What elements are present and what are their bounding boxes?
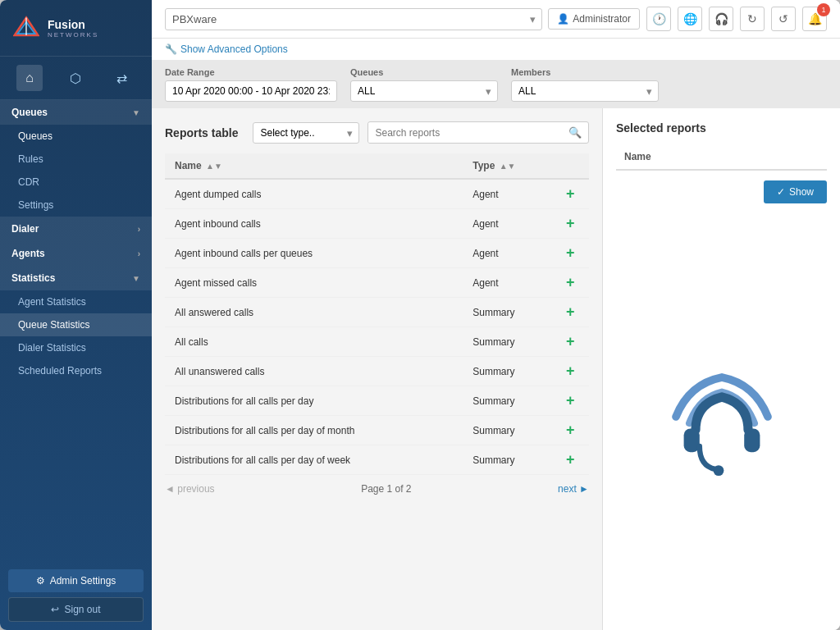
sign-out-icon: ↩ <box>51 604 59 615</box>
administrator-button[interactable]: 👤 Administrator <box>548 8 640 30</box>
add-report-cell[interactable]: + <box>556 416 589 445</box>
report-type-cell: Summary <box>463 327 556 357</box>
sidebar-item-queue-statistics[interactable]: Queue Statistics <box>0 313 152 336</box>
report-name-cell: All unanswered calls <box>165 357 463 386</box>
report-type-cell: Agent <box>463 239 556 268</box>
members-filter-select[interactable]: ALL <box>511 80 659 102</box>
wrench-icon: 🔧 <box>165 43 177 55</box>
queues-filter-select[interactable]: ALL <box>350 80 498 102</box>
add-report-button[interactable]: + <box>566 422 575 438</box>
statistics-section-header[interactable]: Statistics ▼ <box>0 266 152 290</box>
type-column-header[interactable]: Type ▲▼ <box>463 153 556 179</box>
table-row: All calls Summary + <box>165 327 589 357</box>
table-row: Distributions for all calls per day Summ… <box>165 386 589 416</box>
show-button[interactable]: ✓ Show <box>764 180 827 203</box>
previous-page-link[interactable]: ◄ previous <box>165 483 215 495</box>
share-nav-icon[interactable]: ⇄ <box>109 65 135 91</box>
members-select-wrapper: ALL <box>511 80 659 102</box>
report-type-cell: Agent <box>463 268 556 298</box>
type-sort-icon[interactable]: ▲▼ <box>500 162 516 171</box>
pbxware-select[interactable]: PBXware <box>165 8 542 30</box>
topbar: PBXware 👤 Administrator 🕐 🌐 🎧 ↻ ↺ � <box>152 0 840 39</box>
agents-section-header[interactable]: Agents › <box>0 241 152 266</box>
sidebar-item-scheduled-reports[interactable]: Scheduled Reports <box>0 359 152 382</box>
add-report-button[interactable]: + <box>566 363 575 379</box>
pagination: ◄ previous Page 1 of 2 next ► <box>165 475 589 495</box>
home-nav-icon[interactable]: ⌂ <box>16 65 43 91</box>
add-report-cell[interactable]: + <box>556 445 589 475</box>
queues-section-header[interactable]: Queues ▼ <box>0 100 152 125</box>
queues-filter-group: Queues ALL <box>350 67 498 102</box>
dialer-section: Dialer › <box>0 217 152 241</box>
table-row: All answered calls Summary + <box>165 298 589 327</box>
admin-settings-button[interactable]: ⚙ Admin Settings <box>8 569 144 592</box>
sidebar-item-cdr[interactable]: CDR <box>0 171 152 194</box>
add-report-cell[interactable]: + <box>556 209 589 239</box>
svg-rect-4 <box>744 428 760 452</box>
type-select-wrapper: Select type.. <box>253 122 359 144</box>
report-name-cell: Agent dumped calls <box>165 179 463 209</box>
date-range-group: Date Range <box>165 67 337 102</box>
add-report-button[interactable]: + <box>566 333 575 349</box>
add-report-cell[interactable]: + <box>556 268 589 298</box>
queues-section: Queues ▼ Queues Rules CDR Settings <box>0 100 152 217</box>
date-range-input[interactable] <box>165 80 337 102</box>
add-report-button[interactable]: + <box>566 392 575 409</box>
name-column-header[interactable]: Name ▲▼ <box>165 153 463 179</box>
logo-text: Fusion NETWORKS <box>48 18 98 39</box>
sidebar-item-rules[interactable]: Rules <box>0 148 152 171</box>
report-type-cell: Agent <box>463 179 556 209</box>
report-name-cell: All answered calls <box>165 298 463 327</box>
report-type-cell: Summary <box>463 357 556 386</box>
search-box: 🔍 <box>368 121 589 144</box>
main-content: PBXware 👤 Administrator 🕐 🌐 🎧 ↻ ↺ � <box>152 0 840 630</box>
advanced-options-link[interactable]: 🔧 Show Advanced Options <box>152 39 840 61</box>
clock-icon-button[interactable]: 🕐 <box>646 7 671 31</box>
table-row: Agent inbound calls per queues Agent + <box>165 239 589 268</box>
sidebar-item-dialer-statistics[interactable]: Dialer Statistics <box>0 336 152 359</box>
add-report-cell[interactable]: + <box>556 327 589 357</box>
sidebar-item-queues[interactable]: Queues <box>0 125 152 148</box>
add-report-cell[interactable]: + <box>556 386 589 416</box>
notification-badge: 1 <box>817 3 830 16</box>
reports-table-title: Reports table <box>165 126 238 139</box>
members-filter-group: Members ALL <box>511 67 659 102</box>
plugin-nav-icon[interactable]: ⬡ <box>62 65 89 91</box>
next-page-link[interactable]: next ► <box>558 483 589 495</box>
sign-out-button[interactable]: ↩ Sign out <box>8 597 144 622</box>
add-report-cell[interactable]: + <box>556 357 589 386</box>
topbar-left: PBXware <box>165 8 542 30</box>
add-report-button[interactable]: + <box>566 451 575 468</box>
dialer-section-header[interactable]: Dialer › <box>0 217 152 241</box>
table-row: Agent missed calls Agent + <box>165 268 589 298</box>
add-report-button[interactable]: + <box>566 244 575 261</box>
globe-icon-button[interactable]: 🌐 <box>678 7 702 31</box>
agents-chevron: › <box>138 249 140 258</box>
add-report-button[interactable]: + <box>566 274 575 290</box>
add-report-cell[interactable]: + <box>556 298 589 327</box>
refresh-ccw-icon-button[interactable]: ↺ <box>771 7 796 31</box>
refresh-cw-icon-button[interactable]: ↻ <box>740 7 765 31</box>
headset-illustration <box>616 203 827 617</box>
add-report-button[interactable]: + <box>566 215 575 231</box>
name-sort-icon[interactable]: ▲▼ <box>206 162 222 171</box>
add-report-button[interactable]: + <box>566 185 575 202</box>
notification-button[interactable]: 🔔 1 <box>802 7 827 31</box>
type-select[interactable]: Select type.. <box>253 122 359 144</box>
search-icon[interactable]: 🔍 <box>562 122 588 143</box>
add-report-cell[interactable]: + <box>556 239 589 268</box>
report-name-cell: Agent inbound calls <box>165 209 463 239</box>
report-type-cell: Agent <box>463 209 556 239</box>
sidebar-item-settings[interactable]: Settings <box>0 194 152 217</box>
headset-icon-button[interactable]: 🎧 <box>709 7 733 31</box>
add-report-cell[interactable]: + <box>556 179 589 209</box>
reports-toolbar: Reports table Select type.. 🔍 <box>165 121 589 144</box>
table-row: Distributions for all calls per day of w… <box>165 445 589 475</box>
add-report-button[interactable]: + <box>566 304 575 320</box>
search-input[interactable] <box>368 123 562 143</box>
table-row: Agent dumped calls Agent + <box>165 179 589 209</box>
page-info: Page 1 of 2 <box>361 483 411 495</box>
report-name-cell: Distributions for all calls per day of w… <box>165 445 463 475</box>
sidebar-item-agent-statistics[interactable]: Agent Statistics <box>0 290 152 313</box>
logo-icon <box>13 15 39 41</box>
